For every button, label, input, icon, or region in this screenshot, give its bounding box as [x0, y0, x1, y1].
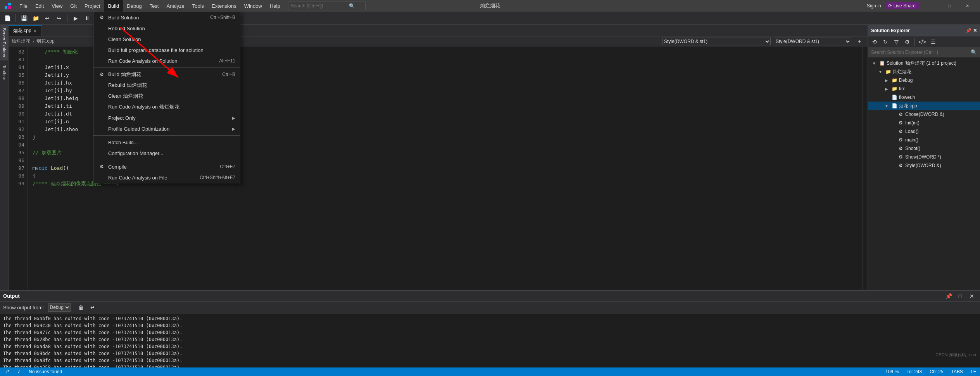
tree-item-8[interactable]: ⚙Load()	[868, 127, 980, 136]
new-project-button[interactable]: 📄	[2, 13, 12, 23]
svg-rect-3	[8, 6, 11, 9]
menu-item-rebuild-project[interactable]: Rebuild 灿烂烟花	[93, 80, 240, 91]
menu-view[interactable]: View	[48, 0, 66, 12]
tree-item-4[interactable]: 📄flower.h	[868, 93, 980, 102]
se-code-view-button[interactable]: </>	[917, 37, 927, 47]
minimize-button[interactable]: ─	[923, 0, 940, 12]
se-close-button[interactable]: ✕	[973, 28, 977, 33]
menu-item-build-full-db[interactable]: Build full program database file for sol…	[93, 45, 240, 55]
se-sync-button[interactable]: ⟲	[870, 37, 880, 47]
menu-project[interactable]: Project	[81, 0, 104, 12]
tree-item-12[interactable]: ⚙Style(DWORD &)	[868, 161, 980, 170]
output-source-select[interactable]: Debug	[48, 303, 71, 312]
menu-item-build-project[interactable]: ⚙ Build 灿烂烟花 Ctrl+B	[93, 69, 240, 80]
menu-help[interactable]: Help	[266, 0, 284, 12]
menu-debug[interactable]: Debug	[123, 0, 145, 12]
tree-item-3[interactable]: ▶📁fire	[868, 85, 980, 93]
output-wrap-button[interactable]: ↵	[88, 302, 98, 312]
se-search-icon: 🔍	[971, 49, 977, 55]
line-num-82: 82	[12, 48, 24, 56]
show-output-from-label: Show output from:	[3, 305, 44, 310]
add-scope-button[interactable]: +	[854, 36, 864, 47]
se-filter-button[interactable]: ▽	[891, 37, 901, 47]
menu-git[interactable]: Git	[66, 0, 81, 12]
menu-item-run-code-analysis-solution[interactable]: Run Code Analysis on Solution Alt+F11	[93, 55, 240, 66]
save-all-button[interactable]: 📁	[31, 13, 41, 23]
tree-label-2: Debug	[899, 78, 913, 83]
tree-item-7[interactable]: ⚙Init(int)	[868, 119, 980, 127]
tabs-indicator: TABS	[951, 369, 963, 374]
method-dropdown-left[interactable]: Style(DWORD & st1)	[662, 38, 771, 45]
tree-item-1[interactable]: ▼📁灿烂烟花	[868, 67, 980, 76]
output-line-0: The thread 0xabf0 has exited with code -…	[3, 315, 977, 322]
menu-window[interactable]: Window	[240, 0, 266, 12]
menu-item-compile[interactable]: ⚙ Compile Ctrl+F7	[93, 161, 240, 172]
separator-1	[93, 67, 240, 68]
server-explorer-tab[interactable]: Server Explorer	[0, 25, 8, 60]
line-num-88: 88	[12, 95, 24, 102]
output-line-2: The thread 0x877c has exited with code -…	[3, 329, 977, 336]
tab-yanhua-cpp[interactable]: 烟花.cpp ×	[9, 25, 42, 36]
output-line-6: The thread 0xa8fc has exited with code -…	[3, 357, 977, 364]
editor-vertical-scrollbar[interactable]	[862, 47, 868, 298]
status-ok-icon: ✓	[17, 369, 21, 374]
menu-item-run-code-analysis-project[interactable]: Run Code Analysis on 灿烂烟花	[93, 102, 240, 112]
global-search-box[interactable]: 🔍	[288, 2, 366, 10]
search-input[interactable]	[291, 3, 349, 9]
se-refresh-button[interactable]: ↻	[880, 37, 890, 47]
save-button[interactable]: 💾	[19, 13, 29, 23]
toolbox-tab[interactable]: Toolbox	[0, 62, 8, 83]
menu-extensions[interactable]: Extensions	[208, 0, 240, 12]
start-button[interactable]: ▶	[71, 13, 81, 23]
menu-test[interactable]: Test	[146, 0, 163, 12]
solution-explorer-toolbar: ⟲ ↻ ▽ ⚙ </> ☰	[868, 36, 980, 47]
app-logo	[0, 2, 16, 9]
status-bar-right: 109 % Ln: 243 Ch: 25 TABS LF	[885, 369, 976, 374]
menu-tools[interactable]: Tools	[188, 0, 208, 12]
menu-item-clean-solution[interactable]: Clean Solution	[93, 34, 240, 45]
close-button[interactable]: ✕	[958, 0, 976, 12]
menu-build[interactable]: Build	[104, 0, 123, 12]
menu-item-batch-build[interactable]: Batch Build...	[93, 137, 240, 148]
menu-item-project-only[interactable]: Project Only ▶	[93, 112, 240, 123]
pause-button[interactable]: ⏸	[82, 13, 92, 23]
tree-item-11[interactable]: ⚙Show(DWORD *)	[868, 153, 980, 161]
solution-explorer-search[interactable]: 🔍	[868, 47, 980, 57]
tree-item-9[interactable]: ⚙main()	[868, 136, 980, 144]
menu-item-run-code-analysis-file[interactable]: Run Code Analysis on File Ctrl+Shift+Alt…	[93, 172, 240, 183]
tree-item-6[interactable]: ⚙Chose(DWORD &)	[868, 110, 980, 119]
method-dropdown-right[interactable]: Style(DWORD & st1)	[774, 38, 851, 45]
tree-icon-11: ⚙	[897, 154, 904, 160]
menu-item-build-solution[interactable]: ⚙ Build Solution Ctrl+Shift+B	[93, 12, 240, 23]
se-pin-button[interactable]: 📌	[966, 28, 971, 33]
menu-item-config-manager[interactable]: Configuration Manager...	[93, 148, 240, 159]
line-num-99: 99	[12, 180, 24, 188]
undo-button[interactable]: ↩	[42, 13, 52, 23]
se-properties-button[interactable]: ☰	[928, 37, 938, 47]
tree-icon-9: ⚙	[897, 137, 904, 143]
tree-item-2[interactable]: ▶📁Debug	[868, 76, 980, 85]
menu-item-profile-guided[interactable]: Profile Guided Optimization ▶	[93, 123, 240, 134]
output-close-button[interactable]: ✕	[967, 291, 977, 301]
menu-item-clean-project[interactable]: Clean 灿烂烟花	[93, 91, 240, 102]
redo-button[interactable]: ↪	[54, 13, 64, 23]
output-pin-button[interactable]: 📌	[944, 291, 954, 301]
title-bar: File Edit View Git Project Build Debug T…	[0, 0, 980, 12]
tree-item-5[interactable]: ▼📄烟花.cpp	[868, 102, 980, 110]
tree-item-10[interactable]: ⚙Shoot()	[868, 144, 980, 153]
menu-edit[interactable]: Edit	[31, 0, 48, 12]
menu-analyze[interactable]: Analyze	[162, 0, 188, 12]
output-clear-button[interactable]: 🗑	[76, 302, 86, 312]
output-content-area[interactable]: The thread 0xabf0 has exited with code -…	[0, 314, 980, 367]
menu-file[interactable]: File	[16, 0, 31, 12]
se-settings-button[interactable]: ⚙	[902, 37, 912, 47]
output-line-4: The thread 0xada8 has exited with code -…	[3, 343, 977, 350]
restore-button[interactable]: □	[940, 0, 958, 12]
se-search-input[interactable]	[871, 50, 971, 55]
sign-in-button[interactable]: Sign in	[867, 3, 881, 9]
tab-close-button[interactable]: ×	[34, 28, 37, 34]
output-float-button[interactable]: □	[955, 291, 965, 301]
tree-item-0[interactable]: ▼📋Solution '灿烂烟花' (1 of 1 project)	[868, 59, 980, 67]
menu-item-rebuild-solution[interactable]: Rebuild Solution	[93, 23, 240, 34]
live-share-button[interactable]: ⟳ Live Share	[885, 2, 919, 9]
